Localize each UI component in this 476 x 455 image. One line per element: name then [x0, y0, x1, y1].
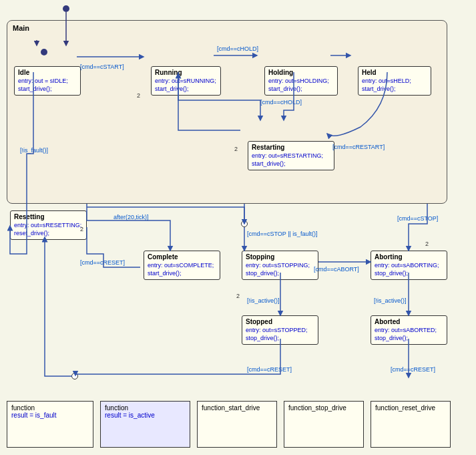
state-running[interactable]: Running entry: out=sRUNNING; start_drive… [151, 66, 221, 96]
idle-name: Idle [18, 69, 77, 76]
function-box-stop-drive[interactable]: function_stop_drive [284, 401, 364, 448]
label-creset: [cmd==cRESET] [80, 259, 125, 266]
label-cstop: [cmd==cSTOP] [397, 215, 438, 222]
junction-1 [241, 220, 248, 227]
idle-entry2: start_drive(); [18, 86, 77, 94]
holding-name: Holding [268, 69, 334, 76]
aborting-name: Aborting [375, 253, 443, 261]
state-holding[interactable]: Holding entry: out=sHOLDING; start_drive… [264, 66, 338, 96]
function-box-reset-drive[interactable]: function_reset_drive [371, 401, 451, 448]
label-not-active2: [!is_active()] [374, 297, 407, 304]
restarting-name: Restarting [252, 144, 330, 151]
label-chold1: [cmd==cHOLD] [217, 45, 258, 52]
stopping-entry1: entry: out=sSTOPPING; [246, 262, 314, 270]
fn-is-fault-keyword: function [11, 404, 89, 412]
idle-entry1: entry: out = sIDLE; [18, 78, 77, 86]
label-creset3: [cmd==cRESET] [391, 366, 435, 373]
complete-entry2: start_drive(); [148, 270, 216, 278]
held-name: Held [362, 69, 427, 76]
fn-reset-drive-keyword: function_reset_drive [375, 404, 446, 412]
trans-num-3: 2 [80, 226, 83, 233]
function-box-is-fault[interactable]: function result = is_fault [7, 401, 93, 448]
state-complete[interactable]: Complete entry: out=sCOMPLETE; start_dri… [144, 251, 220, 280]
state-stopped[interactable]: Stopped entry: out=sSTOPPED; stop_drive(… [242, 315, 318, 345]
aborted-name: Aborted [375, 318, 443, 325]
label-cstart: [cmd==cSTART] [80, 63, 124, 70]
function-box-start-drive[interactable]: function_start_drive [197, 401, 277, 448]
aborting-entry1: entry: out=sABORTING; [375, 262, 443, 270]
fn-is-active-keyword: function [105, 404, 186, 412]
label-crestart: [cmd==cRESTART] [332, 144, 385, 150]
label-not-active1: [!is_active()] [247, 297, 280, 304]
resetting-name: Resetting [14, 213, 83, 220]
state-resetting[interactable]: Resetting entry: out=sRESETTING; reset_d… [10, 210, 87, 240]
trans-num-4: 2 [236, 293, 240, 299]
fn-is-active-result: result = is_active [105, 412, 186, 419]
resetting-entry1: entry: out=sRESETTING; [14, 222, 83, 230]
aborting-entry2: stop_drive(); [375, 270, 443, 278]
complete-entry1: entry: out=sCOMPLETE; [148, 262, 216, 270]
stopped-entry2: stop_drive(); [246, 335, 314, 343]
label-cabort: [cmd==cABORT] [314, 266, 359, 273]
function-box-is-active[interactable]: function result = is_active [100, 401, 190, 448]
state-restarting[interactable]: Restarting entry: out=sRESTARTING; start… [248, 141, 334, 170]
held-entry1: entry: out=sHELD; [362, 78, 427, 86]
stopping-entry2: stop_drive(); [246, 270, 314, 278]
fn-stop-drive-keyword: function_stop_drive [288, 404, 359, 412]
state-aborting[interactable]: Aborting entry: out=sABORTING; stop_driv… [371, 251, 447, 280]
stopped-entry1: entry: out=sSTOPPED; [246, 327, 314, 335]
diagram-container: Main Idle entry: out = sIDLE; start_driv… [0, 0, 476, 455]
inner-initial-dot [41, 49, 47, 55]
state-idle[interactable]: Idle entry: out = sIDLE; start_drive(); [14, 66, 81, 96]
running-entry2: start_drive(); [155, 86, 217, 94]
running-entry1: entry: out=sRUNNING; [155, 78, 217, 86]
top-initial-dot [63, 5, 69, 12]
stopping-name: Stopping [246, 253, 314, 261]
holding-entry2: start_drive(); [268, 86, 334, 94]
trans-num-2: 2 [234, 146, 238, 152]
restarting-entry1: entry: out=sRESTARTING; [252, 152, 330, 160]
holding-entry1: entry: out=sHOLDING; [268, 78, 334, 86]
label-chold2: [cmd==cHOLD] [260, 99, 302, 106]
running-name: Running [155, 69, 217, 76]
label-after: after(20,tick)] [113, 214, 149, 220]
fn-is-fault-result: result = is_fault [11, 412, 89, 419]
label-cstop-fault: [cmd==cSTOP || is_fault()] [247, 231, 317, 237]
fn-start-drive-keyword: function_start_drive [202, 404, 272, 412]
aborted-entry1: entry: out=sABORTED; [375, 327, 443, 335]
trans-num-5: 2 [425, 241, 429, 247]
aborted-entry2: stop_drive(); [375, 335, 443, 343]
resetting-entry2: reset_drive(); [14, 230, 83, 238]
main-region-label: Main [13, 24, 29, 32]
state-held[interactable]: Held entry: out=sHELD; start_drive(); [358, 66, 431, 96]
label-creset2: [cmd==cRESET] [247, 366, 292, 373]
complete-name: Complete [148, 253, 216, 261]
label-not-fault: [!is_fault()] [20, 147, 48, 154]
trans-num-1: 2 [137, 92, 140, 99]
state-aborted[interactable]: Aborted entry: out=sABORTED; stop_drive(… [371, 315, 447, 345]
junction-2 [71, 373, 78, 380]
held-entry2: start_drive(); [362, 86, 427, 94]
restarting-entry2: start_drive(); [252, 160, 330, 168]
state-stopping[interactable]: Stopping entry: out=sSTOPPING; stop_driv… [242, 251, 318, 280]
stopped-name: Stopped [246, 318, 314, 325]
